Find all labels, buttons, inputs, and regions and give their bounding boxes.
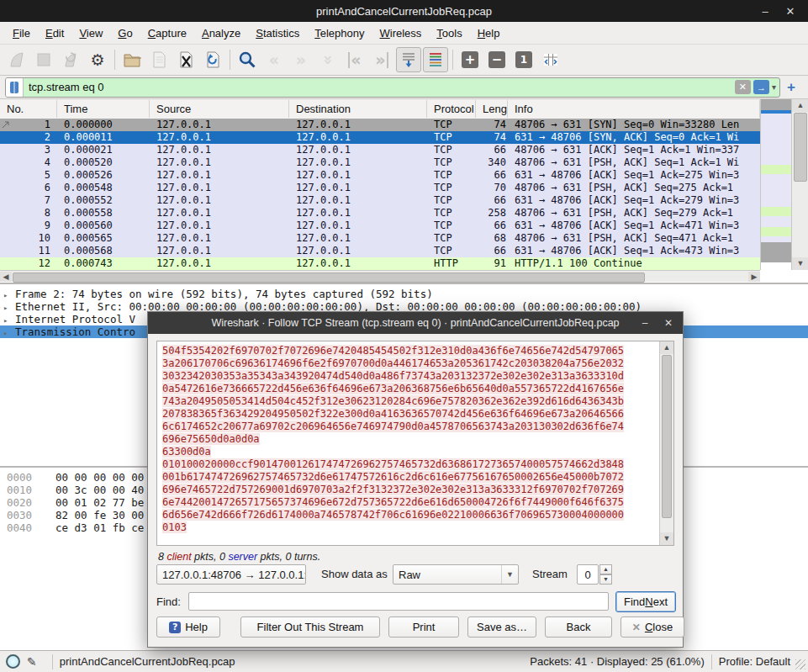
expand-triangle-icon[interactable]: ▸ [3,315,15,325]
menu-view[interactable]: View [71,24,110,43]
filter-clear-icon[interactable]: ✕ [735,80,751,94]
display-filter-input[interactable]: tcp.stream eq 0 [24,81,735,93]
statusbar-profile[interactable]: Profile: Default [719,655,790,668]
go-forward-icon[interactable]: » [288,47,314,72]
stream-text[interactable]: 504f5354202f6970702f7072696e742048545450… [157,341,660,545]
packet-list-vscrollbar[interactable]: ▲ ▼ [791,99,808,270]
close-button[interactable]: ✕Close [621,616,684,638]
resize-grip[interactable] [795,659,805,669]
print-button[interactable]: Print [388,616,459,638]
detail-row-0[interactable]: ▸Frame 2: 74 bytes on wire (592 bits), 7… [0,288,808,300]
help-button[interactable]: ?Help [156,616,220,638]
packet-row-5[interactable]: 50.000526127.0.0.1127.0.0.1TCP66631 → 48… [0,169,760,182]
column-header-destination[interactable]: Destination [289,100,427,118]
scroll-down-icon[interactable]: ▼ [792,257,808,270]
filter-apply-icon[interactable]: → [753,80,769,94]
zoom-normal-icon[interactable]: 1 [511,47,536,72]
scroll-up-icon[interactable]: ▲ [792,99,808,112]
restart-capture-icon[interactable] [58,47,83,72]
auto-scroll-icon[interactable] [396,47,421,72]
spinner-arrows: ▲ ▼ [599,564,612,585]
open-file-icon[interactable] [119,47,145,72]
stream-number-spinner[interactable]: 0 [577,564,599,585]
scroll-right-icon[interactable]: ▶ [748,272,760,282]
scroll-thumb[interactable] [794,113,807,182]
scroll-up-icon[interactable]: ▲ [660,341,673,354]
first-packet-icon[interactable]: « [342,47,367,72]
close-file-icon[interactable] [173,47,198,72]
filter-dropdown-icon[interactable]: ▾ [772,82,776,92]
close-button[interactable]: ✕ [778,0,803,22]
zoom-out-icon[interactable]: − [484,47,510,72]
filter-out-stream-button[interactable]: Filter Out This Stream [240,616,380,638]
scroll-thumb[interactable] [13,273,645,283]
follow-tcp-stream-dialog: Wireshark · Follow TCP Stream (tcp.strea… [147,311,684,648]
column-header-info[interactable]: Info [508,100,760,118]
packet-row-2[interactable]: 20.000011127.0.0.1127.0.0.1TCP74631 → 48… [0,131,760,144]
scroll-thumb[interactable] [662,355,672,518]
filter-bookmark-icon[interactable] [6,78,24,97]
stop-capture-icon[interactable] [31,47,56,72]
capture-comment-icon[interactable]: ✎ [27,655,37,669]
packet-row-11[interactable]: 110.000568127.0.0.1127.0.0.1TCP66631 → 4… [0,245,760,257]
colorize-icon[interactable] [423,47,448,72]
minimize-button[interactable]: – [753,0,778,22]
capture-options-icon[interactable]: ⚙ [85,47,110,72]
expand-triangle-icon[interactable]: ▸ [3,327,15,338]
show-data-as-select[interactable]: Raw ▼ [393,564,519,585]
scroll-left-icon[interactable]: ◀ [0,272,12,282]
dialog-close-button[interactable]: ✕ [657,312,679,334]
menu-capture[interactable]: Capture [140,24,194,43]
menu-statistics[interactable]: Statistics [248,24,307,43]
menu-file[interactable]: File [5,24,38,43]
find-next-button[interactable]: Find Next [615,591,676,612]
stream-vscrollbar[interactable]: ▲ ▼ [659,341,673,545]
save-file-icon[interactable] [146,47,172,72]
packet-row-1[interactable]: 10.000000127.0.0.1127.0.0.1TCP7448706 → … [0,119,760,131]
expand-triangle-icon[interactable]: ▸ [3,289,15,300]
dialog-minimize-button[interactable]: – [634,312,656,334]
resize-columns-icon[interactable] [538,47,563,72]
packet-row-4[interactable]: 40.000520127.0.0.1127.0.0.1TCP34048706 →… [0,156,760,169]
packet-row-3[interactable]: 30.000021127.0.0.1127.0.0.1TCP6648706 → … [0,144,760,156]
column-header-protocol[interactable]: Protocol [427,100,476,118]
direction-select[interactable]: 127.0.0.1:48706 → 127.0.0.1:6 ▼ [156,564,306,585]
packet-list-minimap[interactable] [760,99,791,270]
spinner-down-icon[interactable]: ▼ [599,574,612,585]
go-to-packet-icon[interactable]: » [315,47,341,72]
menu-wireless[interactable]: Wireless [372,24,430,43]
column-header-source[interactable]: Source [150,100,289,118]
expert-info-icon[interactable] [6,654,20,669]
spinner-up-icon[interactable]: ▲ [599,564,612,574]
back-button[interactable]: Back [545,616,612,638]
stream-line-9: 010100020000ccf9014700126174747269627574… [162,458,660,471]
start-capture-icon[interactable] [4,47,29,72]
packet-row-8[interactable]: 80.000558127.0.0.1127.0.0.1TCP25848706 →… [0,207,760,220]
packet-row-12[interactable]: 120.000743127.0.0.1127.0.0.1HTTP91HTTP/1… [0,257,760,270]
find-input[interactable] [188,592,609,611]
packet-row-7[interactable]: 70.000552127.0.0.1127.0.0.1TCP66631 → 48… [0,194,760,207]
column-header-time[interactable]: Time [57,100,150,118]
menu-help[interactable]: Help [470,24,508,43]
find-packet-icon[interactable] [235,47,260,72]
go-back-icon[interactable]: « [261,47,287,72]
packet-row-10[interactable]: 100.000565127.0.0.1127.0.0.1TCP6848706 →… [0,232,760,245]
reload-file-icon[interactable] [200,47,225,72]
menu-go[interactable]: Go [110,24,140,43]
column-header-no[interactable]: No. [0,100,57,118]
expand-triangle-icon[interactable]: ▸ [3,302,15,313]
save-as-button[interactable]: Save as… [467,616,536,638]
column-header-length[interactable]: Length [476,100,508,118]
zoom-in-icon[interactable]: + [457,47,483,72]
packet-list-hscrollbar[interactable]: ◀ ▶ [0,270,760,282]
menu-analyze[interactable]: Analyze [194,24,248,43]
menu-edit[interactable]: Edit [38,24,71,43]
last-packet-icon[interactable]: » [369,47,394,72]
title-bar: printAndCancelCurrentJobReq.pcap – ✕ [0,0,808,22]
packet-row-6[interactable]: 60.000548127.0.0.1127.0.0.1TCP7048706 → … [0,182,760,194]
packet-row-9[interactable]: 90.000560127.0.0.1127.0.0.1TCP66631 → 48… [0,220,760,232]
filter-add-button[interactable]: + [787,79,795,96]
scroll-down-icon[interactable]: ▼ [660,532,673,545]
menu-telephony[interactable]: Telephony [307,24,372,43]
menu-tools[interactable]: Tools [429,24,469,43]
